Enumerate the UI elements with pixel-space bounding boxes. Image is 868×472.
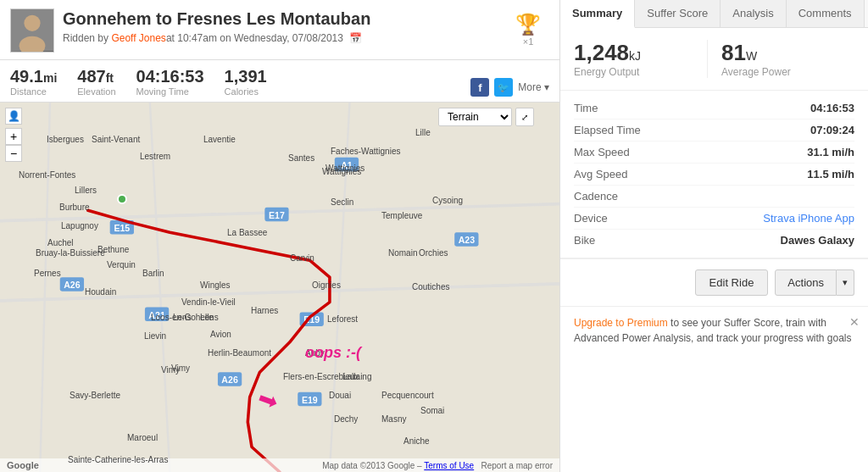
stat-time: 04:16:53 Moving Time [136,67,204,97]
distance-value: 49.1mi [10,67,57,86]
tab-analysis[interactable]: Analysis [721,0,786,27]
average-power: 81W Average Power [707,40,854,78]
data-key: Device [574,212,608,225]
data-value: 07:09:24 [810,124,854,136]
data-row: Elapsed Time07:09:24 [574,119,854,142]
time-label: Moving Time [136,86,204,97]
calories-value: 1,391 [225,67,267,86]
stat-elevation: 487ft Elevation [77,67,115,97]
google-logo: Google [7,460,39,470]
actions-dropdown-button[interactable]: ▾ [837,269,854,296]
route-overlay [0,103,559,472]
data-value: 04:16:53 [810,102,854,114]
title-info: Gonnehem to Fresnes Les Montauban Ridden… [63,8,498,44]
map-controls-top: Terrain Satellite Roadmap ⤢ [438,108,534,126]
energy-row: 1,248kJ Energy Output 81W Average Power [560,28,868,91]
energy-value: 1,248kJ [574,40,641,66]
tab-comments[interactable]: Comments [787,0,865,27]
data-row: BikeDawes Galaxy [574,230,854,251]
trophy-badge: 🏆 ×1 [507,8,549,51]
data-row: Avg Speed11.5 mi/h [574,164,854,186]
facebook-button[interactable]: f [470,78,489,97]
tabs-row: Summary Suffer Score Analysis Comments [560,0,868,28]
calendar-icon: 📅 [349,32,362,44]
header-area: Gonnehem to Fresnes Les Montauban Ridden… [0,0,559,60]
right-panel: Summary Suffer Score Analysis Comments 1… [559,0,868,472]
power-value: 81W [721,40,757,66]
oops-label: oops :-( [305,344,361,362]
edit-ride-button[interactable]: Edit Ride [695,269,769,296]
actions-button[interactable]: Actions [775,269,837,296]
data-table: Time04:16:53Elapsed Time07:09:24Max Spee… [560,91,868,258]
tab-summary[interactable]: Summary [560,0,635,28]
stats-row: 49.1mi Distance 487ft Elevation 04:16:53… [0,60,559,103]
tab-suffer-score[interactable]: Suffer Score [635,0,721,27]
expand-button[interactable]: ⤢ [515,108,534,126]
data-value: 31.1 mi/h [807,146,854,158]
data-row: Time04:16:53 [574,97,854,119]
summary-content: 1,248kJ Energy Output 81W Average Power … [560,28,868,472]
data-row: Cadence [574,186,854,208]
map-footer: Google Map data ©2013 Google – Terms of … [0,458,559,472]
distance-label: Distance [10,86,57,97]
time-value: 04:16:53 [136,67,204,86]
elevation-label: Elevation [77,86,115,97]
data-key: Max Speed [574,146,630,158]
data-row: Max Speed31.1 mi/h [574,142,854,164]
data-value: 11.5 mi/h [807,168,854,180]
elevation-value: 487ft [77,67,115,86]
terrain-select[interactable]: Terrain Satellite Roadmap [438,108,512,126]
more-button[interactable]: More ▾ [518,81,549,93]
share-row: f 🐦 More ▾ [470,78,549,97]
rider-link[interactable]: Geoff Jones [111,32,166,44]
data-key: Time [574,102,598,114]
map-zoom-controls: 👤 + − [5,108,22,162]
energy-output: 1,248kJ Energy Output [574,40,707,78]
data-row: DeviceStrava iPhone App [574,208,854,230]
svg-point-1 [24,15,40,31]
actions-button-group: Actions ▾ [775,269,854,296]
twitter-button[interactable]: 🐦 [494,78,513,97]
data-key: Bike [574,234,595,247]
start-marker [117,194,127,204]
stat-calories: 1,391 Calories [225,67,267,97]
stat-distance: 49.1mi Distance [10,67,57,97]
avatar [10,8,54,53]
zoom-in-button[interactable]: + [5,128,22,145]
data-key: Cadence [574,190,618,203]
power-label: Average Power [721,66,791,78]
ride-title: Gonnehem to Fresnes Les Montauban [63,8,498,29]
terms-link[interactable]: Terms of Use [424,461,474,470]
data-key: Avg Speed [574,168,627,180]
energy-label: Energy Output [574,66,639,78]
trophy-count: ×1 [523,36,534,47]
zoom-out-button[interactable]: − [5,145,22,162]
data-value: Dawes Galaxy [781,234,854,247]
map-attribution: Map data ©2013 Google – Terms of Use Rep… [322,461,553,470]
map-area[interactable]: A26 A21 E17 A1 A23 E19 A26 E19 E15 [0,103,559,472]
person-button[interactable]: 👤 [5,108,22,125]
close-banner-button[interactable]: ✕ [849,314,860,331]
actions-row: Edit Ride Actions ▾ [560,258,868,306]
calories-label: Calories [225,86,267,97]
upgrade-link[interactable]: Upgrade to Premium [574,317,668,329]
ride-meta: Ridden by Geoff Jonesat 10:47am on Wedne… [63,32,498,44]
data-value[interactable]: Strava iPhone App [763,212,854,225]
premium-banner: ✕ Upgrade to Premium to see your Suffer … [560,306,868,354]
left-panel: Gonnehem to Fresnes Les Montauban Ridden… [0,0,559,472]
data-key: Elapsed Time [574,124,641,136]
trophy-icon: 🏆 [515,13,541,36]
